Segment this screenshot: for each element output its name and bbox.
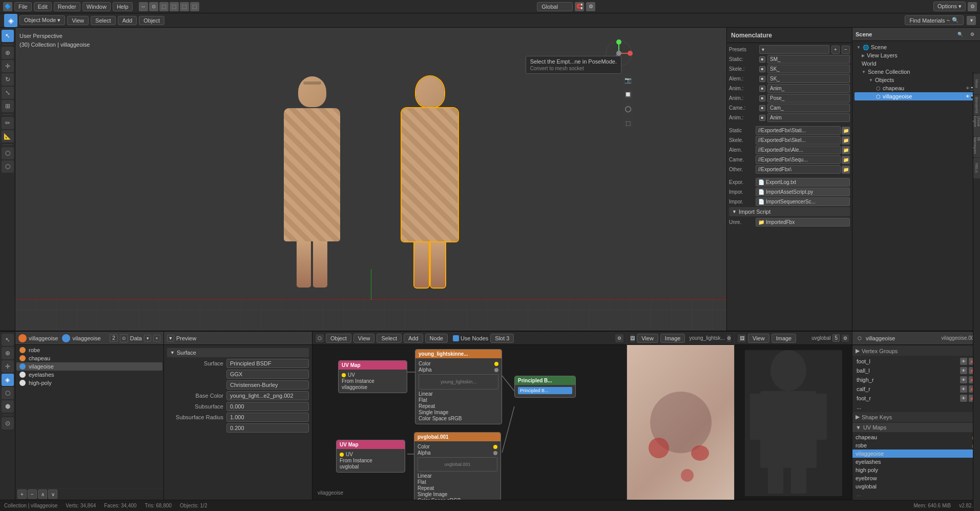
tree-villaggeoise[interactable]: ⬡ villaggeoise 👁 📷 xyxy=(854,92,978,100)
node-canvas[interactable]: UV Map UV From Instance vilaggeoise y xyxy=(312,345,627,500)
distribution-input[interactable]: GGX xyxy=(226,370,309,379)
vg-eye-icon-5[interactable]: 👁 xyxy=(960,395,967,402)
tree-objects[interactable]: ▼ Objects xyxy=(854,76,978,84)
subsurface-radius-2[interactable]: 0.200 xyxy=(226,423,309,433)
file-menu[interactable]: File xyxy=(14,2,32,11)
anim-input-1[interactable] xyxy=(767,84,850,93)
scale-tool[interactable]: ⤡ xyxy=(2,87,14,99)
vg-ball-l[interactable]: ball_l 👁 📌 xyxy=(852,366,980,375)
window-menu[interactable]: Window xyxy=(82,2,111,11)
scene-search-icon[interactable]: 🔍 xyxy=(955,30,965,39)
node-editor-icon[interactable]: ⬡ xyxy=(316,334,324,342)
uv-robe[interactable]: robe 🔒 xyxy=(852,441,980,449)
overlay-icon[interactable]: ◯ xyxy=(622,103,634,115)
render-icon[interactable]: 🔲 xyxy=(622,88,634,100)
transform-icon-3[interactable]: ⬚ xyxy=(159,2,169,11)
mat-remove-btn[interactable]: − xyxy=(28,489,37,499)
anim-check-1[interactable]: ■ xyxy=(759,86,765,92)
mat-up-btn[interactable]: ∧ xyxy=(38,489,47,499)
extra-tool-2[interactable]: ⬡ xyxy=(2,160,14,173)
options-button[interactable]: Options ▾ xyxy=(933,2,966,11)
image-tab-uv[interactable]: Image xyxy=(772,334,797,343)
use-nodes-check[interactable] xyxy=(453,335,459,341)
add-tab-node[interactable]: Add xyxy=(404,334,423,343)
static-check[interactable]: ■ xyxy=(759,56,765,63)
import-sequencer-btn[interactable]: 📄 ImportSequencerSc... xyxy=(756,197,850,206)
imported-fbx-btn[interactable]: 📁 ImportedFbx xyxy=(756,218,850,227)
mixer-tab[interactable]: Mixer xyxy=(973,74,981,94)
cam-input[interactable] xyxy=(767,104,850,112)
view-menu[interactable]: View xyxy=(67,16,89,25)
mat-robe[interactable]: robe xyxy=(16,346,162,354)
vg-foot-r[interactable]: foot_r 👁 📌 xyxy=(852,394,980,403)
other-folder-icon[interactable]: 📁 xyxy=(842,166,850,174)
import-script-section[interactable]: ▼ Import Script xyxy=(729,207,850,216)
came-path-input[interactable]: //ExportedFbx\Sequ... xyxy=(756,155,841,164)
transform-icon-1[interactable]: ↔ xyxy=(139,2,148,11)
viewport-3d[interactable]: User Perspective (30) Collection | villa… xyxy=(15,28,726,331)
surface-type-input[interactable]: Principled BSDF xyxy=(226,359,309,368)
bottom-tool-4[interactable]: ◈ xyxy=(2,374,14,386)
object-tab[interactable]: Object xyxy=(326,334,351,343)
vg-eye-icon-2[interactable]: 👁 xyxy=(960,367,967,374)
uv-viewer-icon[interactable]: 🖼 xyxy=(738,334,746,342)
node-tab[interactable]: Node xyxy=(425,334,448,343)
measure-tool[interactable]: 📐 xyxy=(2,130,14,142)
uv-uvglobal[interactable]: uvglobal xyxy=(852,482,980,490)
mblic-tab[interactable]: MBLic xyxy=(973,158,981,178)
static-folder-icon[interactable]: 📁 xyxy=(842,127,850,135)
vg-thigh-r[interactable]: thigh_r 👁 📌 xyxy=(852,375,980,384)
bottom-tool-6[interactable]: ⬢ xyxy=(2,400,14,413)
villaggeoise-eye-icon[interactable]: 👁 xyxy=(966,94,970,99)
select-tab-node[interactable]: Select xyxy=(377,334,402,343)
anim-input-2[interactable] xyxy=(767,94,850,103)
blenderkit-tab[interactable]: BlenderKit xyxy=(973,95,981,115)
vg-eye-icon-3[interactable]: 👁 xyxy=(960,376,967,383)
bottom-tool-3[interactable]: ✛ xyxy=(2,360,14,373)
skele-folder-icon[interactable]: 📁 xyxy=(842,136,850,145)
panel-close[interactable]: × xyxy=(153,335,160,342)
add-menu[interactable]: Add xyxy=(118,16,137,25)
view-tab-uv[interactable]: View xyxy=(748,334,769,343)
mat-down-btn[interactable]: ∨ xyxy=(48,489,57,499)
annotate-tool[interactable]: ✏ xyxy=(2,117,14,129)
anim-check-3[interactable]: ■ xyxy=(759,115,765,121)
uv-slot-num[interactable]: 5 xyxy=(832,334,840,342)
find-materials-button[interactable]: Find Materials ~ 🔍 xyxy=(905,15,964,25)
chapeau-eye-icon[interactable]: 👁 xyxy=(966,86,970,91)
snap-magnet-icon[interactable]: 🧲 xyxy=(575,2,584,11)
camera-icon[interactable]: 📷 xyxy=(622,74,634,86)
anim-input-3[interactable] xyxy=(767,113,850,122)
object-mode-selector[interactable]: Object Mode ▾ xyxy=(19,15,65,25)
subsurface-input[interactable]: 0.000 xyxy=(226,402,309,411)
slot-selector[interactable]: Slot 3 xyxy=(490,334,514,343)
presets-add[interactable]: + xyxy=(831,46,840,54)
node-editor-settings[interactable]: ⚙ xyxy=(615,334,623,342)
uv-toggle[interactable]: ⚙ xyxy=(842,335,849,342)
transform-icon-6[interactable]: ⬚ xyxy=(190,2,199,11)
static-path-input[interactable]: //ExportedFbx\Stati... xyxy=(756,126,841,135)
filter-icon[interactable]: ⚙ xyxy=(968,2,977,11)
cursor-tool[interactable]: ⊕ xyxy=(2,47,14,59)
uv-eyebrow[interactable]: eyebrow xyxy=(852,474,980,482)
static-input[interactable] xyxy=(767,55,850,64)
scene-filter-icon[interactable]: ⚙ xyxy=(968,30,977,39)
uv-chapeau[interactable]: chapeau 🔒 xyxy=(852,433,980,441)
tree-chapeau[interactable]: ⬡ chapeau 👁 📷 xyxy=(854,84,978,92)
transform-icon-5[interactable]: ⬚ xyxy=(180,2,189,11)
mat-highpoly[interactable]: high-poly xyxy=(16,379,162,387)
bottom-tool-7[interactable]: ⊙ xyxy=(2,417,14,430)
mat-vilageoise[interactable]: vilageoise xyxy=(16,362,162,371)
presets-remove[interactable]: − xyxy=(842,46,850,54)
help-menu[interactable]: Help xyxy=(113,2,133,11)
panel-toggle[interactable]: ▾ xyxy=(144,335,151,342)
anim-check-2[interactable]: ■ xyxy=(759,95,765,101)
dropdown-toggle[interactable]: ▾ xyxy=(967,16,976,25)
alem-check[interactable]: ■ xyxy=(759,76,765,82)
export-log-btn[interactable]: 📄 ExportLog.txt xyxy=(756,178,850,187)
skele-input[interactable] xyxy=(767,65,850,73)
snap-settings-icon[interactable]: ⚙ xyxy=(586,2,595,11)
alem-path-input[interactable]: //ExportedFbx\Ale... xyxy=(756,146,841,154)
uv-eyelashes[interactable]: eyelashes xyxy=(852,458,980,466)
slot-number[interactable]: 2 xyxy=(110,334,118,342)
